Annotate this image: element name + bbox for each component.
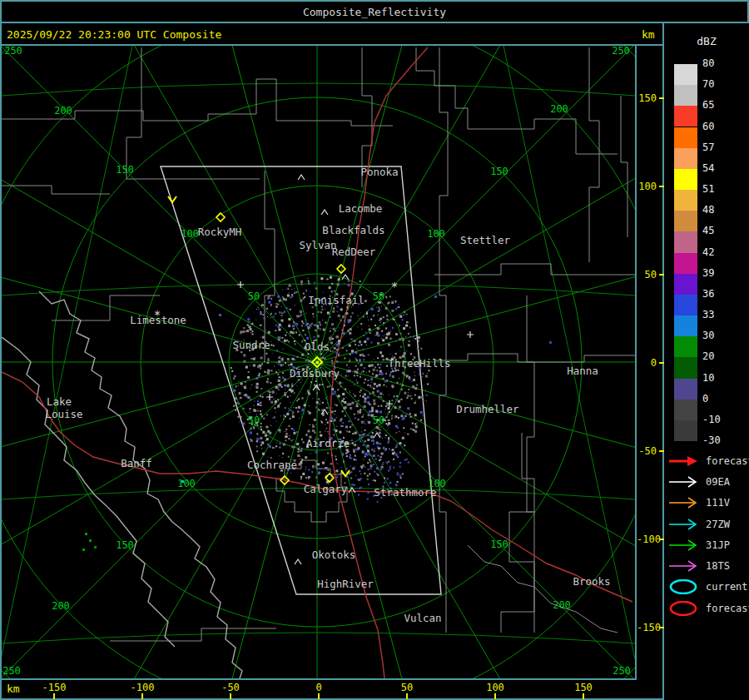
right-axis-tick-label: -150	[637, 622, 657, 633]
highway	[2, 372, 325, 489]
colorbar-tick-label: 20	[702, 350, 731, 362]
arrow-icon	[667, 517, 702, 535]
colorbar-tick-label: 51	[702, 183, 731, 195]
window-title: Composite_Reflectivity	[0, 0, 749, 23]
range-ring-label: 50	[373, 290, 384, 302]
county-boundary	[434, 354, 635, 362]
city-label: Hanna	[567, 365, 598, 377]
range-ring-label: 250	[4, 46, 22, 57]
colorbar-tick-label: 45	[702, 225, 731, 236]
colorbar-swatch	[674, 64, 697, 85]
summit-chevron-icon	[298, 175, 305, 180]
range-ring-label: 150	[116, 539, 134, 551]
colorbar-swatch	[674, 357, 697, 378]
colorbar-swatch	[674, 127, 697, 148]
legend-item-label: forecast	[706, 455, 749, 467]
city-label: ThreeHills	[388, 357, 450, 370]
colorbar-tick-label: 70	[702, 78, 731, 90]
legend-item: 09EA	[667, 474, 747, 489]
storm-motion-arrow-icon	[341, 470, 350, 476]
colorbar-tick-label: -10	[702, 414, 731, 425]
city-label: Ponoka	[360, 166, 398, 178]
city-label: RedDeer	[332, 246, 376, 258]
info-bar: 2025/09/22 20:23:00 UTC Composite km	[0, 23, 662, 44]
county-boundary	[501, 433, 534, 633]
city-label: Drumheller	[456, 403, 519, 415]
county-boundary	[468, 545, 618, 633]
asterisk-marker-icon: *	[391, 280, 398, 293]
range-ring-label: 150	[116, 164, 134, 176]
city-label: Louise	[45, 408, 82, 420]
arrow-thick-icon	[667, 454, 702, 472]
city-label: Lacombe	[339, 202, 383, 215]
colorbar-tick-label: 30	[702, 330, 731, 341]
legend-item-label: forecast	[706, 603, 749, 614]
legend-item-label: 31JP	[706, 539, 730, 551]
right-axis-unit-label: km	[642, 28, 655, 41]
provincial-boundary	[2, 337, 175, 647]
county-boundary	[439, 47, 448, 633]
county-boundary	[527, 295, 534, 633]
colorbar-swatch	[674, 315, 697, 336]
colorbar-tick-label: 57	[702, 141, 731, 153]
range-ring-label: 100	[181, 228, 199, 240]
right-axis-tick-label: 0	[637, 357, 657, 369]
colorbar-swatch	[674, 420, 697, 441]
graticule-line	[2, 83, 635, 96]
city-label: Lake	[47, 395, 72, 408]
asterisk-marker-icon: *	[154, 308, 161, 321]
range-ring-label: 200	[553, 599, 571, 611]
city-label: Blackfalds	[322, 224, 384, 236]
colorbar-swatch	[674, 400, 697, 420]
radar-map-canvas[interactable]: 5050505010010010010015015015015020020020…	[2, 46, 635, 678]
bottom-axis-tick	[583, 693, 584, 699]
county-boundary	[2, 79, 393, 126]
bottom-axis-tick	[494, 693, 496, 699]
right-axis-tick-label: -100	[637, 534, 657, 545]
arrow-icon	[667, 495, 702, 514]
city-label: RockyMH	[198, 226, 242, 238]
legend-item-label: 27ZW	[706, 519, 730, 530]
legend-item: 111V	[667, 495, 747, 510]
legend-item: current	[667, 579, 747, 594]
storm-motion-arrow-icon	[168, 196, 176, 202]
colorbar-tick-label: 60	[702, 121, 731, 132]
city-label: Strathmore	[374, 486, 436, 499]
colorbar-tick-label: 48	[702, 204, 731, 216]
colorbar-tick-label: 39	[702, 267, 731, 279]
summit-chevron-icon	[295, 559, 301, 564]
radar-app-window: Composite_Reflectivity 2025/09/22 20:23:…	[0, 0, 749, 700]
bottom-axis-tick-label: 100	[477, 682, 513, 693]
range-ring-label: 200	[54, 105, 72, 117]
city-label: Okotoks	[312, 549, 356, 561]
city-label: Didsbury	[290, 367, 340, 380]
timestamp-label: 2025/09/22 20:23:00 UTC Composite	[7, 28, 221, 41]
legend-item-label: 18TS	[706, 560, 730, 572]
azimuth-radial-line	[2, 362, 317, 534]
summit-chevron-icon	[321, 210, 328, 215]
town-plus-icon	[467, 331, 474, 338]
provincial-boundary	[39, 291, 242, 678]
city-label: Vulcan	[404, 612, 441, 624]
bottom-axis-tick-label: 150	[565, 682, 602, 693]
radar-map[interactable]: 5050505010010010010015015015015020020020…	[2, 46, 635, 678]
arrow-icon	[667, 559, 702, 577]
range-ring-label: 250	[613, 665, 631, 677]
colorbar-tick-label: 42	[702, 246, 731, 258]
bottom-axis-tick-label: -150	[36, 682, 72, 693]
arrow-icon	[667, 474, 702, 493]
right-axis: 150100500-50-100-150	[637, 46, 662, 678]
sidebar: dBZ 807065605754514845423936333020100-10…	[664, 23, 749, 700]
right-axis-tick-label: 150	[637, 92, 657, 104]
azimuth-radial-line	[317, 190, 635, 362]
range-ring-label: 50	[373, 415, 384, 426]
bottom-axis-tick-label: 0	[300, 682, 337, 693]
legend-item: forecast	[667, 601, 747, 616]
city-label: Stettler	[460, 234, 511, 246]
legend-item: 18TS	[667, 559, 747, 573]
city-label: Sundre	[232, 339, 270, 351]
legend-item-label: current	[706, 581, 748, 593]
town-plus-icon	[237, 281, 244, 288]
right-axis-tick-label: 100	[637, 181, 657, 192]
range-ring-label: 250	[612, 46, 630, 57]
